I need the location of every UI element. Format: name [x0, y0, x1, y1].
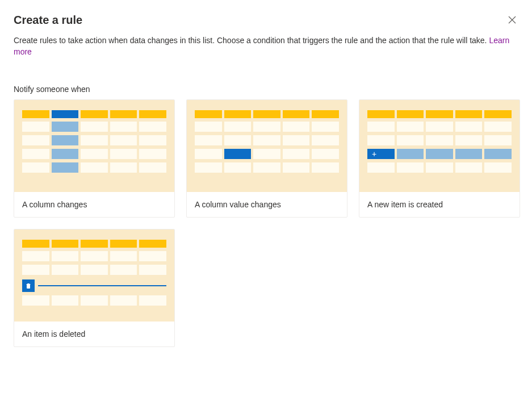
- rule-card-item-deleted[interactable]: An item is deleted: [14, 229, 175, 347]
- illustration-column-changes: [14, 100, 174, 192]
- close-button[interactable]: [506, 14, 518, 28]
- section-label: Notify someone when: [14, 85, 518, 94]
- trash-icon: [22, 279, 35, 292]
- rule-cards-grid: A column changes: [14, 99, 518, 347]
- rule-card-column-changes[interactable]: A column changes: [14, 99, 175, 218]
- plus-icon: [367, 149, 395, 159]
- rule-card-new-item-created[interactable]: A new item is created: [359, 99, 520, 218]
- rule-card-column-value-changes[interactable]: A column value changes: [186, 99, 347, 218]
- dialog-title: Create a rule: [14, 14, 82, 27]
- card-label: A column value changes: [187, 192, 347, 217]
- card-label: An item is deleted: [14, 322, 174, 346]
- illustration-new-item-created: [359, 100, 520, 192]
- card-label: A new item is created: [359, 192, 520, 217]
- card-label: A column changes: [14, 192, 174, 217]
- illustration-item-deleted: [14, 229, 174, 322]
- illustration-column-value-changes: [187, 100, 347, 192]
- description-text: Create rules to take action when data ch…: [14, 36, 489, 45]
- dialog-description: Create rules to take action when data ch…: [14, 35, 518, 57]
- close-icon: [508, 16, 516, 26]
